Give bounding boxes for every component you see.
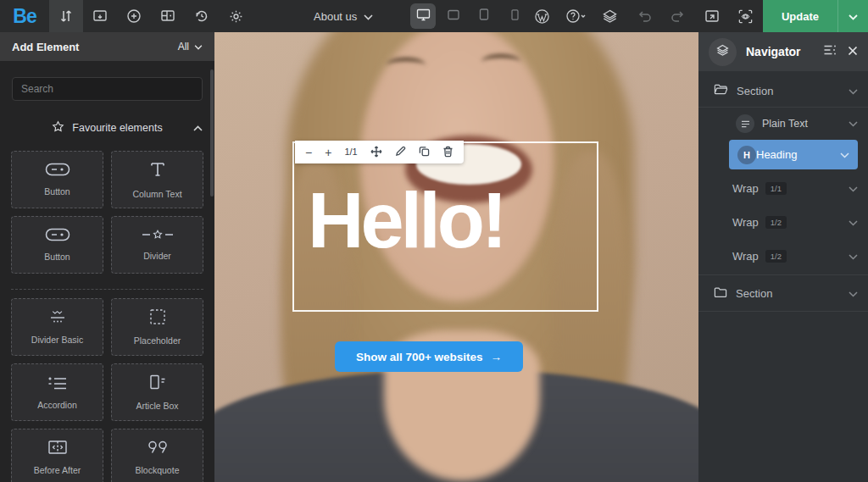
wrap-size-badge: 1/2	[765, 250, 787, 263]
article-box-icon	[147, 374, 168, 394]
text-t-icon	[148, 160, 167, 182]
expand-button[interactable]: +	[325, 147, 331, 158]
revisions-button[interactable]	[185, 0, 219, 32]
chevron-down-icon	[194, 41, 203, 53]
layers-button[interactable]	[593, 0, 627, 32]
show-websites-button[interactable]: Show all 700+ websites →	[335, 341, 523, 372]
gear-icon	[228, 8, 244, 25]
tree-row-section[interactable]: Section	[698, 277, 868, 309]
update-label: Update	[782, 10, 819, 23]
tree-row-section[interactable]: Section	[698, 76, 868, 105]
tree-row-label: Wrap	[732, 182, 759, 195]
button-pill-icon	[45, 163, 70, 180]
element-card-button[interactable]: Button	[11, 216, 103, 274]
page-selector-label: About us	[314, 10, 357, 23]
topbar-right: Update	[526, 0, 868, 32]
close-navigator-button[interactable]	[848, 44, 858, 59]
element-card-before-after[interactable]: Before After	[11, 429, 103, 482]
add-section-button[interactable]	[151, 0, 185, 32]
page-selector[interactable]: About us	[314, 10, 373, 23]
element-card-accordion[interactable]: Accordion	[11, 363, 103, 421]
laptop-icon	[447, 8, 460, 24]
list-options-button[interactable]	[823, 44, 837, 59]
move-button[interactable]	[370, 146, 382, 159]
page-preview-canvas[interactable]: − + 1/1	[214, 32, 698, 482]
element-card-article-box[interactable]: Article Box	[111, 363, 203, 421]
help-icon	[565, 8, 587, 24]
tree-row-wrap[interactable]: Wrap 1/2	[698, 239, 868, 273]
arrow-right-icon: →	[491, 351, 503, 363]
device-desktop-button[interactable]	[410, 3, 436, 29]
element-card-button[interactable]: Button	[11, 151, 103, 208]
element-label: Divider Basic	[31, 335, 83, 345]
duplicate-button[interactable]	[419, 146, 430, 158]
divider-basic-icon	[47, 309, 69, 328]
undo-button[interactable]	[627, 0, 661, 32]
element-card-placeholder[interactable]: Placeholder	[111, 298, 203, 356]
element-label: Accordion	[37, 400, 77, 410]
search-input[interactable]	[12, 77, 203, 101]
top-toolbar: Be	[0, 0, 868, 32]
shrink-button[interactable]: −	[305, 147, 312, 158]
tree-divider	[698, 107, 868, 108]
chevron-down-icon	[849, 85, 858, 97]
move-icon	[370, 146, 382, 159]
navigator-title: Navigator	[746, 45, 813, 58]
phone-icon	[511, 8, 519, 24]
settings-button[interactable]	[219, 0, 253, 32]
trash-icon	[442, 146, 453, 159]
navigator-panel: Navigator Section	[698, 32, 868, 482]
update-options-button[interactable]	[837, 0, 868, 32]
elements-separator	[11, 289, 203, 290]
element-label: Blockquote	[136, 465, 180, 475]
tree-row-wrap[interactable]: Wrap 1/2	[698, 205, 868, 239]
edit-button[interactable]	[395, 146, 406, 158]
redo-icon	[670, 9, 686, 23]
preview-button[interactable]	[729, 0, 763, 32]
delete-button[interactable]	[442, 146, 453, 159]
sections-button[interactable]	[83, 0, 117, 32]
element-card-divider-basic[interactable]: Divider Basic	[11, 298, 103, 356]
device-laptop-button[interactable]	[441, 3, 466, 29]
redo-button[interactable]	[661, 0, 695, 32]
blockquote-icon	[146, 440, 170, 458]
element-card-column-text[interactable]: Column Text	[111, 151, 203, 208]
desktop-icon	[416, 8, 431, 25]
help-button[interactable]	[559, 0, 593, 32]
tree-row-wrap[interactable]: Wrap 1/1	[698, 171, 868, 205]
duplicate-icon	[419, 146, 430, 158]
element-filter-dropdown[interactable]: All	[178, 41, 203, 53]
tree-row-heading-selected[interactable]: H Heading	[729, 140, 858, 169]
sort-arrows-icon	[58, 8, 74, 24]
element-label: Before After	[34, 465, 81, 475]
element-card-blockquote[interactable]: Blockquote	[111, 429, 203, 482]
star-icon	[52, 120, 64, 136]
tree-divider	[698, 311, 868, 312]
sort-sections-button[interactable]	[49, 0, 83, 32]
wordpress-button[interactable]	[526, 0, 559, 32]
element-card-divider[interactable]: Divider	[111, 216, 203, 274]
device-phone-button[interactable]	[502, 3, 527, 29]
preview-icon	[737, 8, 754, 25]
update-button[interactable]: Update	[763, 0, 837, 32]
add-element-button[interactable]	[117, 0, 151, 32]
left-panel-scrollbar[interactable]	[210, 69, 214, 197]
add-element-header: Add Element All	[0, 32, 214, 61]
chevron-down-icon	[840, 148, 849, 161]
add-element-panel: Add Element All Favourite elements	[0, 32, 214, 482]
selection-outline	[292, 141, 598, 312]
wordpress-icon	[534, 8, 550, 25]
tree-row-label: Heading	[756, 148, 797, 161]
device-tablet-button[interactable]	[471, 3, 497, 29]
favourites-title: Favourite elements	[72, 122, 162, 134]
element-label: Article Box	[136, 401, 178, 411]
navigator-toggle-button[interactable]	[709, 38, 737, 66]
topbar-center: About us	[314, 0, 527, 32]
popout-button[interactable]	[695, 0, 729, 32]
tree-row-plain-text[interactable]: Plain Text	[698, 109, 868, 138]
column-ratio-label[interactable]: 1/1	[344, 147, 357, 157]
layout-add-icon	[160, 8, 175, 24]
heading-badge-icon: H	[737, 146, 756, 164]
layers-icon	[715, 43, 730, 61]
favourites-section-toggle[interactable]: Favourite elements	[12, 119, 203, 136]
